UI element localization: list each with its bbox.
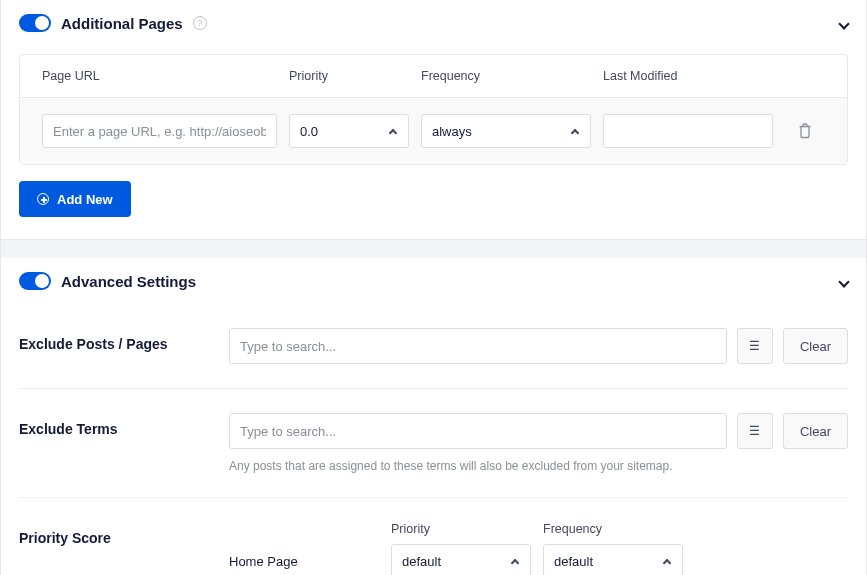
priority-score-setting: Priority Score Priority Frequency Home P… [19, 497, 848, 575]
page-url-input[interactable] [42, 114, 277, 148]
collapse-button[interactable] [840, 16, 848, 31]
advanced-settings-header: Advanced Settings [1, 258, 866, 304]
priority-column-header: Priority [391, 522, 531, 536]
exclude-terms-label: Exclude Terms [19, 413, 229, 437]
advanced-settings-title: Advanced Settings [61, 273, 196, 290]
additional-pages-panel: Additional Pages ? Page URL Priority Fre… [0, 0, 867, 240]
collapse-button[interactable] [840, 274, 848, 289]
exclude-posts-setting: Exclude Posts / Pages ☰ Clear [19, 304, 848, 364]
exclude-terms-setting: Exclude Terms ☰ Clear Any posts that are… [19, 388, 848, 473]
home-page-row-label: Home Page [229, 554, 379, 569]
exclude-posts-input[interactable] [229, 328, 727, 364]
frequency-column-header: Frequency [543, 522, 683, 536]
chevron-up-icon [663, 559, 671, 567]
delete-row-button[interactable] [798, 123, 812, 139]
table-header: Page URL Priority Frequency Last Modifie… [20, 55, 847, 97]
advanced-settings-toggle[interactable] [19, 272, 51, 290]
exclude-terms-input[interactable] [229, 413, 727, 449]
list-icon: ☰ [749, 339, 760, 353]
list-icon: ☰ [749, 424, 760, 438]
home-priority-select[interactable]: default [391, 544, 531, 575]
exclude-posts-clear-button[interactable]: Clear [783, 328, 848, 364]
last-modified-input[interactable] [603, 114, 773, 148]
chevron-up-icon [511, 559, 519, 567]
advanced-settings-panel: Advanced Settings Exclude Posts / Pages … [0, 258, 867, 575]
add-new-button[interactable]: Add New [19, 181, 131, 217]
home-frequency-select[interactable]: default [543, 544, 683, 575]
col-frequency: Frequency [421, 69, 591, 83]
exclude-posts-list-button[interactable]: ☰ [737, 328, 773, 364]
exclude-posts-label: Exclude Posts / Pages [19, 328, 229, 352]
table-row: 0.0 always [20, 97, 847, 164]
pages-table: Page URL Priority Frequency Last Modifie… [19, 54, 848, 165]
col-priority: Priority [289, 69, 409, 83]
priority-select[interactable]: 0.0 [289, 114, 409, 148]
col-last-modified: Last Modified [603, 69, 773, 83]
additional-pages-body: Page URL Priority Frequency Last Modifie… [1, 54, 866, 239]
additional-pages-title: Additional Pages [61, 15, 183, 32]
priority-score-label: Priority Score [19, 522, 229, 546]
frequency-select[interactable]: always [421, 114, 591, 148]
exclude-terms-clear-button[interactable]: Clear [783, 413, 848, 449]
advanced-settings-body: Exclude Posts / Pages ☰ Clear Exclude Te… [1, 304, 866, 575]
col-url: Page URL [42, 69, 277, 83]
chevron-up-icon [389, 129, 397, 137]
help-icon[interactable]: ? [193, 16, 207, 30]
exclude-terms-list-button[interactable]: ☰ [737, 413, 773, 449]
additional-pages-header: Additional Pages ? [1, 0, 866, 46]
additional-pages-toggle[interactable] [19, 14, 51, 32]
plus-icon [37, 193, 49, 205]
chevron-up-icon [571, 129, 579, 137]
exclude-terms-hint: Any posts that are assigned to these ter… [229, 459, 848, 473]
